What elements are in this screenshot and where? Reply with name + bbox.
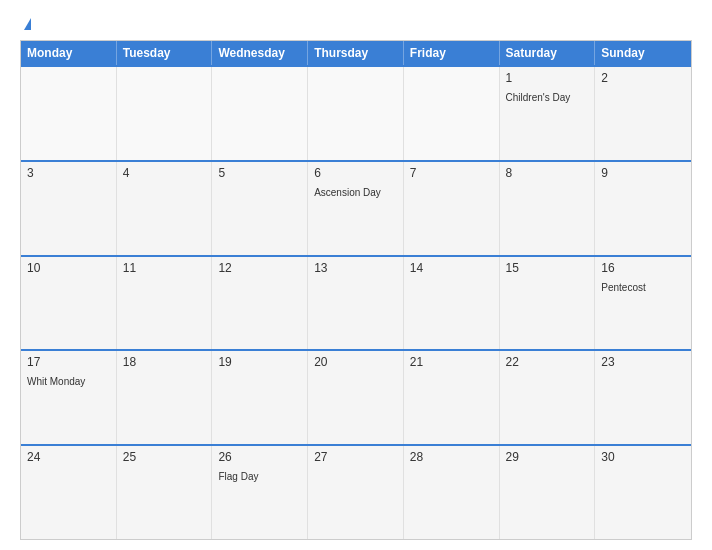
weekday-header: Tuesday bbox=[117, 41, 213, 65]
calendar-cell: 10 bbox=[21, 257, 117, 350]
day-number: 28 bbox=[410, 450, 493, 464]
calendar-cell: 8 bbox=[500, 162, 596, 255]
day-number: 21 bbox=[410, 355, 493, 369]
calendar-cell: 4 bbox=[117, 162, 213, 255]
holiday-label: Pentecost bbox=[601, 282, 645, 293]
day-number: 15 bbox=[506, 261, 589, 275]
day-number: 23 bbox=[601, 355, 685, 369]
day-number: 12 bbox=[218, 261, 301, 275]
day-number: 4 bbox=[123, 166, 206, 180]
calendar-cell: 3 bbox=[21, 162, 117, 255]
calendar-cell: 12 bbox=[212, 257, 308, 350]
calendar-row: 1Children's Day2 bbox=[21, 65, 691, 160]
day-number: 5 bbox=[218, 166, 301, 180]
calendar-cell bbox=[308, 67, 404, 160]
calendar-cell: 11 bbox=[117, 257, 213, 350]
calendar-body: 1Children's Day23456Ascension Day7891011… bbox=[21, 65, 691, 539]
holiday-label: Whit Monday bbox=[27, 376, 85, 387]
calendar-cell bbox=[212, 67, 308, 160]
calendar-cell bbox=[117, 67, 213, 160]
day-number: 13 bbox=[314, 261, 397, 275]
day-number: 10 bbox=[27, 261, 110, 275]
calendar-header: MondayTuesdayWednesdayThursdayFridaySatu… bbox=[21, 41, 691, 65]
calendar-row: 17Whit Monday181920212223 bbox=[21, 349, 691, 444]
day-number: 22 bbox=[506, 355, 589, 369]
calendar-cell: 16Pentecost bbox=[595, 257, 691, 350]
calendar-cell bbox=[21, 67, 117, 160]
calendar-row: 3456Ascension Day789 bbox=[21, 160, 691, 255]
holiday-label: Ascension Day bbox=[314, 187, 381, 198]
calendar-cell: 18 bbox=[117, 351, 213, 444]
calendar-row: 242526Flag Day27282930 bbox=[21, 444, 691, 539]
calendar-cell: 14 bbox=[404, 257, 500, 350]
logo-triangle-icon bbox=[24, 18, 31, 30]
day-number: 26 bbox=[218, 450, 301, 464]
day-number: 27 bbox=[314, 450, 397, 464]
holiday-label: Flag Day bbox=[218, 471, 258, 482]
calendar-cell: 1Children's Day bbox=[500, 67, 596, 160]
day-number: 3 bbox=[27, 166, 110, 180]
calendar: MondayTuesdayWednesdayThursdayFridaySatu… bbox=[20, 40, 692, 540]
calendar-cell bbox=[404, 67, 500, 160]
logo bbox=[20, 18, 35, 30]
calendar-cell: 22 bbox=[500, 351, 596, 444]
calendar-cell: 30 bbox=[595, 446, 691, 539]
page: MondayTuesdayWednesdayThursdayFridaySatu… bbox=[0, 0, 712, 550]
day-number: 1 bbox=[506, 71, 589, 85]
day-number: 14 bbox=[410, 261, 493, 275]
day-number: 18 bbox=[123, 355, 206, 369]
calendar-cell: 21 bbox=[404, 351, 500, 444]
calendar-row: 10111213141516Pentecost bbox=[21, 255, 691, 350]
calendar-cell: 23 bbox=[595, 351, 691, 444]
calendar-cell: 15 bbox=[500, 257, 596, 350]
calendar-cell: 25 bbox=[117, 446, 213, 539]
day-number: 2 bbox=[601, 71, 685, 85]
calendar-cell: 9 bbox=[595, 162, 691, 255]
day-number: 6 bbox=[314, 166, 397, 180]
day-number: 20 bbox=[314, 355, 397, 369]
calendar-cell: 7 bbox=[404, 162, 500, 255]
day-number: 24 bbox=[27, 450, 110, 464]
calendar-cell: 2 bbox=[595, 67, 691, 160]
day-number: 17 bbox=[27, 355, 110, 369]
header bbox=[20, 18, 692, 30]
weekday-header: Saturday bbox=[500, 41, 596, 65]
day-number: 16 bbox=[601, 261, 685, 275]
day-number: 25 bbox=[123, 450, 206, 464]
calendar-cell: 24 bbox=[21, 446, 117, 539]
weekday-header: Monday bbox=[21, 41, 117, 65]
day-number: 30 bbox=[601, 450, 685, 464]
calendar-cell: 27 bbox=[308, 446, 404, 539]
calendar-cell: 29 bbox=[500, 446, 596, 539]
calendar-cell: 26Flag Day bbox=[212, 446, 308, 539]
weekday-header: Friday bbox=[404, 41, 500, 65]
calendar-cell: 17Whit Monday bbox=[21, 351, 117, 444]
weekday-header: Thursday bbox=[308, 41, 404, 65]
calendar-cell: 13 bbox=[308, 257, 404, 350]
holiday-label: Children's Day bbox=[506, 92, 571, 103]
day-number: 29 bbox=[506, 450, 589, 464]
weekday-header: Sunday bbox=[595, 41, 691, 65]
calendar-cell: 6Ascension Day bbox=[308, 162, 404, 255]
weekday-header: Wednesday bbox=[212, 41, 308, 65]
calendar-cell: 28 bbox=[404, 446, 500, 539]
calendar-cell: 19 bbox=[212, 351, 308, 444]
day-number: 19 bbox=[218, 355, 301, 369]
calendar-cell: 20 bbox=[308, 351, 404, 444]
day-number: 8 bbox=[506, 166, 589, 180]
day-number: 9 bbox=[601, 166, 685, 180]
day-number: 11 bbox=[123, 261, 206, 275]
day-number: 7 bbox=[410, 166, 493, 180]
calendar-cell: 5 bbox=[212, 162, 308, 255]
